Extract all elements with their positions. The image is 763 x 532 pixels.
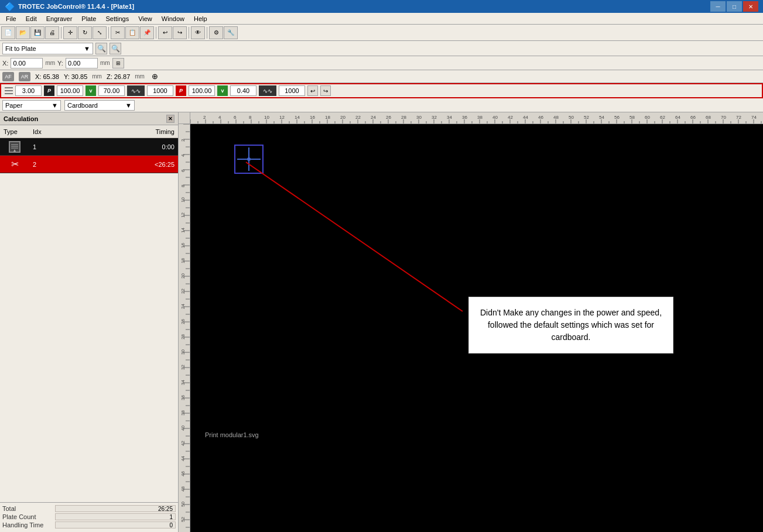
zoom-in-button[interactable]: 🔍	[95, 43, 107, 54]
undo-button[interactable]: ↩	[158, 26, 172, 39]
wave1-icon: ∿∿	[127, 85, 145, 96]
y-input[interactable]	[66, 58, 98, 68]
power2-badge: P	[176, 85, 186, 96]
settings-toolbar: P v ∿∿ P v ∿∿ ↩ ↪	[0, 83, 763, 98]
new-button[interactable]: 📄	[1, 26, 15, 39]
canvas-area[interactable]: Didn't Make any changes in the power and…	[179, 112, 763, 532]
col-type: Type	[0, 128, 29, 135]
cursor-z-value: 26.87	[114, 73, 131, 80]
menu-settings[interactable]: Settings	[101, 13, 134, 25]
view-toolbar: Fit to Plate ▼ 🔍 🔍	[0, 41, 763, 56]
maximize-button[interactable]: □	[727, 1, 742, 12]
y-unit: mm	[100, 60, 110, 66]
panel-close-button[interactable]: ✕	[166, 115, 175, 123]
separator-1	[61, 27, 61, 39]
engrave-icon	[9, 141, 20, 153]
power1-input[interactable]	[57, 85, 83, 96]
total-stat: Total 26:25	[2, 505, 176, 512]
freq1-input[interactable]	[147, 85, 173, 96]
print-button[interactable]: 🖨	[45, 26, 59, 39]
copy-button[interactable]: 📋	[125, 26, 139, 39]
title-text: TROTEC JobControl® 11.4.4 - [Plate1]	[18, 3, 134, 10]
row2-idx: 2	[29, 161, 53, 168]
menu-plate[interactable]: Plate	[77, 13, 101, 25]
table-row[interactable]: ✂ 2 <26:25	[0, 156, 178, 173]
line-spacing-group	[4, 85, 42, 96]
material1-dropdown[interactable]: Paper ▼	[2, 100, 61, 111]
handling-time-stat: Handling Time 0	[2, 521, 176, 528]
menu-bar: File Edit Engraver Plate Settings View W…	[0, 13, 763, 25]
minimize-button[interactable]: ─	[710, 1, 726, 12]
cursor-y-value: 30.85	[71, 73, 88, 80]
total-value: 26:25	[158, 506, 173, 513]
cursor-crosshair	[234, 145, 264, 174]
position-toolbar: X: mm Y: mm ⊞	[0, 56, 763, 70]
material2-dropdown[interactable]: Cardboard ▼	[64, 100, 135, 111]
ar-badge: AR	[19, 72, 30, 81]
handling-time-value: 0	[169, 522, 173, 529]
menu-file[interactable]: File	[1, 13, 21, 25]
col-timing: Timing	[53, 128, 178, 135]
tools-button[interactable]: 🔧	[224, 26, 238, 39]
paste-button[interactable]: 📌	[140, 26, 154, 39]
separator-2	[108, 27, 109, 39]
handling-time-bar: 0	[55, 521, 176, 528]
vertical-ruler	[179, 124, 190, 532]
cursor-x-value: 65.38	[43, 73, 59, 80]
xyz-icon: ⊕	[152, 72, 158, 81]
line-spacing-input[interactable]	[15, 85, 42, 96]
callout-box: Didn't Make any changes in the power and…	[468, 297, 673, 353]
horizontal-ruler	[190, 112, 763, 124]
panel-title: Calculation	[4, 115, 38, 122]
speed1-input[interactable]	[98, 85, 125, 96]
cursor-z-group: Z: 26.87	[107, 73, 130, 80]
cursor-z-unit: mm	[135, 73, 145, 80]
cursor-xy-unit: mm	[92, 73, 102, 80]
cut-button[interactable]: ✂	[111, 26, 125, 39]
window-controls: ─ □ ✕	[710, 1, 758, 12]
power2-input[interactable]	[189, 85, 215, 96]
menu-help[interactable]: Help	[189, 13, 212, 25]
close-button[interactable]: ✕	[743, 1, 758, 12]
svg-point-9	[247, 157, 251, 161]
save-button[interactable]: 💾	[30, 26, 45, 39]
settings-cog-button[interactable]: ⚙	[209, 26, 223, 39]
preview-button[interactable]: 👁	[191, 26, 205, 39]
fit-to-plate-dropdown[interactable]: Fit to Plate ▼	[2, 43, 93, 54]
x-input[interactable]	[11, 58, 43, 68]
menu-view[interactable]: View	[134, 13, 157, 25]
table-row[interactable]: 1 0:00	[0, 138, 178, 156]
redo-button[interactable]: ↪	[173, 26, 187, 39]
plate-count-label: Plate Count	[2, 513, 55, 520]
rotate-button[interactable]: ↻	[78, 26, 92, 39]
plate-count-stat: Plate Count 1	[2, 513, 176, 520]
freq2-input[interactable]	[279, 85, 305, 96]
scale-button[interactable]: ⤡	[93, 26, 107, 39]
row2-type-icon: ✂	[0, 159, 29, 170]
menu-edit[interactable]: Edit	[21, 13, 42, 25]
cursor-z-label: Z:	[107, 73, 112, 80]
redo-settings-button[interactable]: ↪	[320, 85, 331, 96]
cursor-x-label: X:	[35, 73, 41, 80]
coords-options-button[interactable]: ⊞	[112, 58, 124, 68]
main-toolbar: 📄 📂 💾 🖨 ✛ ↻ ⤡ ✂ 📋 📌 ↩ ↪ 👁 ⚙ 🔧	[0, 25, 763, 41]
menu-window[interactable]: Window	[157, 13, 189, 25]
af-badge: AF	[2, 72, 14, 81]
dropdown-arrow-icon: ▼	[84, 45, 90, 52]
col-idx: Idx	[29, 128, 53, 135]
title-bar: 🔷 TROTEC JobControl® 11.4.4 - [Plate1] ─…	[0, 0, 763, 13]
menu-engraver[interactable]: Engraver	[42, 13, 77, 25]
speed2-input[interactable]	[230, 85, 256, 96]
move-button[interactable]: ✛	[63, 26, 77, 39]
ruler-corner	[179, 112, 190, 124]
stats-panel: Total 26:25 Plate Count 1 Handling Time …	[0, 502, 178, 532]
reset-button[interactable]: ↩	[307, 85, 318, 96]
total-bar: 26:25	[55, 505, 176, 512]
total-label: Total	[2, 505, 55, 512]
cursor-y-group: Y: 30.85	[64, 73, 87, 80]
wave2-icon: ∿∿	[259, 85, 276, 96]
canvas-plate[interactable]: Didn't Make any changes in the power and…	[190, 124, 763, 532]
zoom-out-button[interactable]: 🔍	[110, 43, 121, 54]
row1-idx: 1	[29, 143, 53, 150]
open-button[interactable]: 📂	[16, 26, 30, 39]
